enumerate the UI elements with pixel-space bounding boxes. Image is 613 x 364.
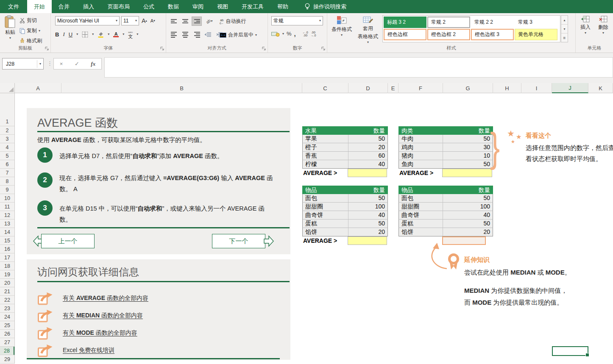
ribbon-tab[interactable]: 公式 bbox=[137, 0, 161, 13]
name-box-resizer[interactable]: ⋮ bbox=[47, 60, 53, 67]
font-dialog-launcher[interactable] bbox=[160, 47, 164, 51]
column-header[interactable]: B bbox=[61, 83, 302, 93]
table-goods-left-header[interactable]: 物品 数量 bbox=[302, 186, 388, 194]
enter-icon[interactable]: ✓ bbox=[75, 61, 79, 67]
fill-color-icon[interactable] bbox=[98, 31, 104, 38]
qty-cell[interactable]: 20 bbox=[348, 228, 387, 236]
decrease-decimal-icon[interactable]: .00→.0 bbox=[311, 31, 316, 37]
column-header[interactable]: E bbox=[388, 83, 398, 93]
ribbon-tab[interactable]: 插入 bbox=[76, 0, 101, 13]
insert-cells-button[interactable]: 插入 bbox=[577, 16, 593, 34]
align-center-icon[interactable] bbox=[180, 30, 190, 39]
column-header[interactable]: J bbox=[552, 83, 588, 93]
qty-cell[interactable]: 30 bbox=[443, 143, 493, 151]
item-cell[interactable]: 橙子 bbox=[303, 143, 348, 151]
underline-button[interactable]: U bbox=[69, 31, 72, 38]
row-header[interactable]: 20 bbox=[0, 279, 14, 287]
row-header[interactable]: 17 bbox=[0, 253, 14, 262]
row-header[interactable]: 10 bbox=[0, 194, 14, 203]
qty-cell[interactable]: 10 bbox=[443, 152, 493, 160]
item-cell[interactable]: 甜甜圈 bbox=[303, 203, 348, 211]
table-goods-right-header[interactable]: 物品 数量 bbox=[398, 186, 493, 194]
item-cell[interactable]: 馅饼 bbox=[303, 228, 348, 236]
next-button[interactable]: 下一个 bbox=[212, 234, 265, 248]
link-training[interactable]: Excel 免费在线培训 bbox=[37, 343, 114, 358]
qty-cell[interactable]: 60 bbox=[348, 152, 387, 160]
row-header[interactable]: 25 bbox=[0, 321, 14, 330]
gallery-more-icon[interactable]: ≡ bbox=[561, 33, 568, 42]
item-cell[interactable]: 牛肉 bbox=[399, 135, 443, 143]
gallery-scroll-down-icon[interactable]: ▾ bbox=[561, 25, 568, 33]
item-cell[interactable]: 曲奇饼 bbox=[399, 211, 443, 219]
link-median[interactable]: 有关 MEDIAN 函数的全部内容 bbox=[37, 308, 143, 323]
ribbon-tab[interactable]: 开发工具 bbox=[235, 0, 270, 13]
row-header[interactable]: 26 bbox=[0, 330, 14, 338]
tell-me-search[interactable]: 操作说明搜索 bbox=[304, 0, 346, 13]
cell-style-chip[interactable]: 常规 2 bbox=[427, 17, 470, 28]
row-header[interactable]: 6 bbox=[0, 160, 14, 169]
orientation-icon[interactable]: ab bbox=[203, 17, 216, 26]
row-header[interactable]: 9 bbox=[0, 186, 14, 194]
row-header[interactable]: 3 bbox=[0, 135, 14, 143]
item-cell[interactable]: 面包 bbox=[399, 194, 443, 202]
qty-cell[interactable]: 20 bbox=[348, 143, 387, 151]
column-header[interactable]: H bbox=[493, 83, 521, 93]
ribbon-tab[interactable]: 审阅 bbox=[186, 0, 210, 13]
phonetic-guide-icon[interactable]: wén 文 bbox=[128, 30, 133, 39]
column-header[interactable]: K bbox=[588, 83, 613, 93]
wrap-text-button[interactable]: abc← 自动换行 bbox=[220, 18, 246, 25]
align-right-icon[interactable] bbox=[192, 30, 202, 39]
font-name-combo[interactable]: Microsoft YaHei UI bbox=[55, 16, 120, 25]
row-header[interactable]: 18 bbox=[0, 262, 14, 270]
prev-button[interactable]: 上一个 bbox=[41, 234, 95, 248]
item-cell[interactable]: 馅饼 bbox=[399, 228, 443, 236]
cell-style-chip[interactable]: 橙色边框 2 bbox=[427, 29, 470, 40]
ribbon-tab[interactable]: 页面布局 bbox=[101, 0, 137, 13]
column-header[interactable]: C bbox=[302, 83, 348, 93]
comma-style-icon[interactable]: , bbox=[294, 30, 296, 37]
align-left-icon[interactable] bbox=[169, 30, 179, 39]
delete-cells-button[interactable]: × 删除 bbox=[595, 16, 611, 34]
qty-cell[interactable]: 20 bbox=[443, 228, 493, 236]
decrease-indent-icon[interactable] bbox=[203, 30, 213, 39]
name-box[interactable]: J28 bbox=[2, 58, 44, 69]
row-header[interactable]: 21 bbox=[0, 287, 14, 296]
select-all-corner[interactable] bbox=[0, 83, 15, 93]
cell-style-chip[interactable]: 常规 3 bbox=[515, 17, 557, 28]
cancel-icon[interactable]: × bbox=[60, 61, 63, 67]
item-cell[interactable]: 鸡肉 bbox=[399, 143, 443, 151]
row-header[interactable]: 1 bbox=[0, 93, 14, 126]
row-header[interactable]: 8 bbox=[0, 177, 14, 186]
average-input-cell[interactable] bbox=[348, 169, 387, 177]
copy-button[interactable]: 复制 bbox=[20, 27, 40, 34]
percent-style-icon[interactable]: % bbox=[287, 31, 292, 37]
link-average[interactable]: 有关 AVERAGE 函数的全部内容 bbox=[37, 291, 148, 306]
qty-cell[interactable]: 40 bbox=[348, 160, 387, 168]
average-input-cell[interactable] bbox=[348, 236, 387, 245]
column-header[interactable]: F bbox=[398, 83, 443, 93]
format-as-table-button[interactable]: 套用 表格格式 bbox=[355, 16, 381, 44]
column-header[interactable]: I bbox=[521, 83, 552, 93]
accounting-format-icon[interactable] bbox=[271, 31, 280, 37]
column-header[interactable]: D bbox=[348, 83, 388, 93]
formula-input[interactable] bbox=[104, 57, 613, 78]
merge-center-button[interactable]: 合并后居中 bbox=[220, 31, 257, 39]
table-meat-header[interactable]: 肉类 数量 bbox=[398, 126, 493, 135]
format-painter-button[interactable]: 格式刷 bbox=[20, 37, 42, 44]
qty-cell[interactable]: 40 bbox=[348, 211, 387, 219]
row-header[interactable]: 24 bbox=[0, 313, 14, 321]
qty-cell[interactable]: 50 bbox=[348, 194, 387, 202]
link-mode[interactable]: 有关 MODE 函数的全部内容 bbox=[37, 325, 137, 341]
borders-icon[interactable] bbox=[82, 31, 88, 38]
row-header[interactable]: 23 bbox=[0, 304, 14, 313]
item-cell[interactable]: 甜甜圈 bbox=[399, 203, 443, 211]
column-header[interactable]: G bbox=[443, 83, 493, 93]
row-header[interactable]: 28 bbox=[0, 347, 14, 355]
ribbon-tab[interactable]: 数据 bbox=[161, 0, 186, 13]
item-cell[interactable]: 曲奇饼 bbox=[303, 211, 348, 219]
clipboard-dialog-launcher[interactable] bbox=[45, 47, 49, 51]
row-header[interactable]: 22 bbox=[0, 296, 14, 304]
bold-button[interactable]: B bbox=[55, 31, 59, 38]
ribbon-tab[interactable]: 帮助 bbox=[270, 0, 295, 13]
align-middle-icon[interactable] bbox=[180, 17, 190, 26]
